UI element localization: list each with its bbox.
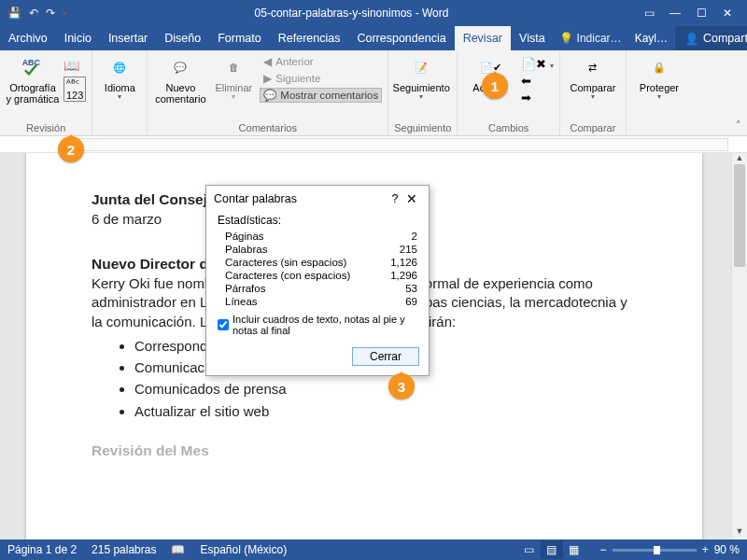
user-label[interactable]: Kayl… (627, 26, 675, 50)
title-bar: 💾 ↶ ↷ ▾ 05-contar-palabras-y-sinonimos -… (0, 0, 747, 26)
prev-change-icon[interactable]: ⬅ (521, 74, 554, 88)
new-comment-label: Nuevo comentario (153, 82, 207, 105)
lightbulb-icon: 💡 (559, 32, 573, 45)
status-language[interactable]: Español (México) (200, 543, 287, 556)
stat-val: 2 (412, 231, 417, 242)
word-count-dialog: Contar palabras ? ✕ Estadísticas: Página… (205, 185, 430, 376)
stat-val: 69 (405, 296, 417, 307)
stat-val: 1,296 (390, 270, 417, 281)
read-mode-icon[interactable]: ▭ (518, 540, 541, 559)
ribbon: ABC Ortografía y gramática 📖 ᴬᴮᶜ123 Revi… (0, 50, 747, 136)
abc-check-icon: ABC (19, 54, 47, 80)
tracking-icon: 📝 (407, 54, 435, 80)
share-label: Compartir (703, 32, 747, 45)
print-layout-icon[interactable]: ▤ (541, 540, 563, 559)
tab-referencias[interactable]: Referencias (270, 26, 349, 50)
next-label: Siguiente (275, 73, 320, 84)
tab-archivo[interactable]: Archivo (0, 26, 56, 50)
web-layout-icon[interactable]: ▦ (563, 540, 585, 559)
spelling-label: Ortografía y gramática (6, 82, 60, 105)
save-icon[interactable]: 💾 (7, 7, 21, 20)
status-proofing-icon[interactable]: 📖 (171, 543, 185, 556)
status-page[interactable]: Página 1 de 2 (7, 543, 77, 556)
checkbox-input[interactable] (218, 319, 229, 330)
prev-icon: ◀ (263, 55, 272, 68)
compare-button[interactable]: ⇄ Comparar▾ (566, 54, 620, 102)
group-tracking-label: Seguimiento (394, 120, 451, 133)
status-words[interactable]: 215 palabras (92, 543, 156, 556)
ribbon-options-icon[interactable]: ▭ (641, 7, 657, 20)
maximize-icon[interactable]: ☐ (693, 7, 710, 20)
vertical-scrollbar[interactable]: ▲ ▼ (731, 153, 747, 539)
collapse-ribbon-icon[interactable]: ˄ (736, 119, 741, 132)
delete-comment-icon: 🗑 (219, 54, 247, 80)
stat-key: Líneas (225, 296, 258, 307)
tab-inicio[interactable]: Inicio (56, 26, 100, 50)
tab-diseno[interactable]: Diseño (156, 26, 209, 50)
stat-key: Palabras (225, 244, 267, 255)
tracking-button[interactable]: 📝 Seguimiento▾ (394, 54, 448, 102)
thesaurus-icon[interactable]: 📖 (63, 58, 86, 73)
group-compare-label: Comparar (566, 120, 620, 133)
stats-header: Estadísticas: (218, 214, 417, 227)
zoom-control[interactable]: − + 90 % (600, 543, 740, 556)
stat-val: 1,126 (390, 257, 417, 268)
zoom-out-icon[interactable]: − (600, 543, 607, 556)
lock-icon: 🔒 (645, 54, 673, 80)
minimize-icon[interactable]: — (667, 7, 684, 20)
dialog-close-button[interactable]: Cerrar (352, 347, 419, 366)
tell-me[interactable]: 💡Indicar… (554, 26, 627, 50)
show-comments-icon: 💬 (263, 89, 276, 102)
stat-val: 53 (405, 283, 417, 294)
scroll-thumb[interactable] (734, 164, 745, 267)
new-comment-button[interactable]: 💬 Nuevo comentario (153, 54, 207, 105)
ruler[interactable] (0, 136, 747, 153)
stat-key: Páginas (225, 231, 264, 242)
undo-icon[interactable]: ↶ (29, 7, 38, 20)
heading-3-cut: Revisión del Mes (92, 441, 637, 461)
share-icon: 👤 (684, 32, 699, 46)
share-button[interactable]: 👤Compartir (675, 26, 747, 50)
qat-more-icon[interactable]: ▾ (63, 9, 66, 18)
callout-badge-1: 1 (482, 73, 508, 99)
list-item: Comunicados de prensa (134, 380, 637, 399)
reject-icon[interactable]: 📄✖ ▾ (521, 57, 554, 71)
close-icon[interactable]: ✕ (719, 7, 736, 20)
next-change-icon[interactable]: ➡ (521, 91, 554, 105)
show-comments-label: Mostrar comentarios (280, 90, 378, 101)
next-icon: ▶ (263, 72, 272, 85)
tab-revisar[interactable]: Revisar (455, 26, 511, 50)
tell-me-label: Indicar… (577, 32, 622, 45)
stat-key: Párrafos (225, 283, 265, 294)
language-button[interactable]: 🌐 Idioma▾ (98, 54, 141, 102)
show-comments-button[interactable]: 💬Mostrar comentarios (260, 88, 382, 103)
ribbon-tabs: Archivo Inicio Insertar Diseño Formato R… (0, 26, 747, 50)
compare-icon: ⇄ (579, 54, 607, 80)
include-textboxes-checkbox[interactable]: Incluir cuadros de texto, notas al pie y… (218, 308, 417, 338)
tab-correspondencia[interactable]: Correspondencia (348, 26, 454, 50)
redo-icon[interactable]: ↷ (46, 7, 55, 20)
protect-button[interactable]: 🔒 Proteger▾ (632, 54, 686, 102)
status-bar: Página 1 de 2 215 palabras 📖 Español (Mé… (0, 539, 747, 560)
word-count-icon[interactable]: ᴬᴮᶜ123 (63, 77, 86, 102)
zoom-value[interactable]: 90 % (714, 543, 740, 556)
zoom-in-icon[interactable]: + (702, 543, 709, 556)
zoom-slider[interactable] (613, 549, 697, 552)
previous-comment-button[interactable]: ◀Anterior (260, 54, 382, 69)
callout-badge-3: 3 (388, 373, 415, 399)
tab-insertar[interactable]: Insertar (100, 26, 156, 50)
tab-formato[interactable]: Formato (209, 26, 270, 50)
dialog-help-icon[interactable]: ? (388, 192, 402, 205)
stat-key: Caracteres (con espacios) (225, 270, 350, 281)
tab-vista[interactable]: Vista (511, 26, 554, 50)
window-title: 05-contar-palabras-y-sinonimos - Word (74, 7, 629, 20)
dialog-close-icon[interactable]: ✕ (402, 191, 421, 206)
next-comment-button[interactable]: ▶Siguiente (260, 71, 382, 86)
globe-icon: 🌐 (106, 54, 134, 80)
delete-comment-button[interactable]: 🗑 Eliminar▾ (211, 54, 256, 102)
callout-badge-2: 2 (58, 136, 84, 162)
spelling-grammar-button[interactable]: ABC Ortografía y gramática (6, 54, 60, 105)
scroll-down-icon[interactable]: ▼ (732, 526, 747, 539)
stat-val: 215 (400, 244, 417, 255)
checkbox-label: Incluir cuadros de texto, notas al pie y… (233, 314, 417, 336)
